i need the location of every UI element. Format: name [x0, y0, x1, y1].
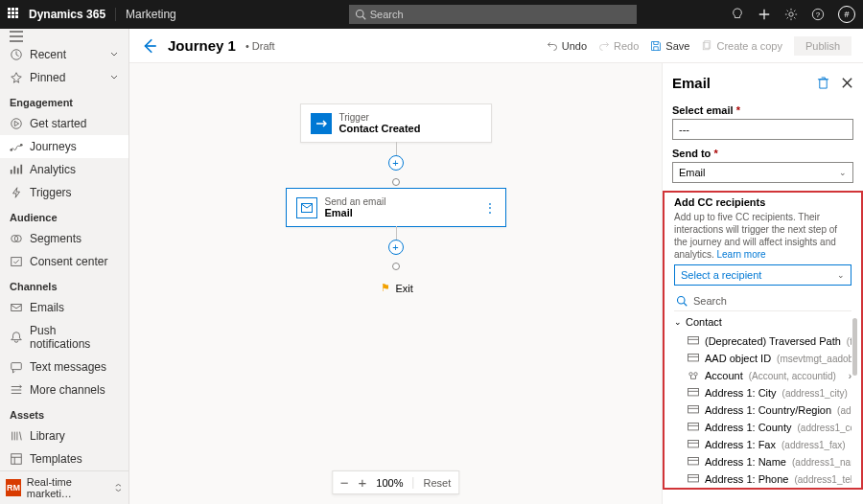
sidebar-item-journeys[interactable]: Journeys: [0, 135, 128, 158]
pin-icon: [10, 71, 23, 84]
journey-icon: [10, 140, 23, 153]
svg-point-2: [789, 12, 793, 16]
template-icon: [10, 452, 23, 466]
trigger-node[interactable]: TriggerContact Created: [300, 103, 492, 143]
library-icon: [10, 429, 23, 443]
email-node[interactable]: Send an emailEmail ⋮: [286, 188, 506, 227]
module-label: Marketing: [115, 8, 176, 21]
svg-rect-25: [688, 405, 699, 413]
add-step-button[interactable]: +: [388, 240, 404, 255]
back-button[interactable]: [141, 37, 158, 55]
app-launcher-icon[interactable]: [8, 8, 21, 21]
sidebar-item-recent[interactable]: Recent: [0, 43, 128, 66]
hamburger-button[interactable]: [0, 29, 128, 43]
select-email-label: Select email *: [672, 104, 853, 116]
sms-icon: [10, 360, 23, 374]
zoom-out-button[interactable]: −: [340, 475, 349, 490]
chevron-down-icon: [109, 73, 119, 82]
exit-node[interactable]: ⚑Exit: [381, 282, 413, 294]
sidebar-item-label: Recent: [30, 48, 66, 61]
dropdown-option[interactable]: Address 1: City (address1_city): [674, 384, 851, 401]
zoom-toolbar: − + 100% Reset: [332, 470, 459, 494]
sidebar-item-templates[interactable]: Templates: [0, 447, 128, 470]
sidebar-item-emails[interactable]: Emails: [0, 296, 128, 319]
send-to-select[interactable]: Email⌄: [672, 162, 853, 183]
publish-button[interactable]: Publish: [794, 36, 851, 56]
node-more-button[interactable]: ⋮: [484, 201, 496, 215]
learn-more-link[interactable]: Learn more: [716, 249, 765, 260]
create-copy-button[interactable]: Create a copy: [701, 40, 781, 52]
dropdown-group[interactable]: ⌄Contact: [674, 311, 851, 332]
sidebar-item-label: Push notifications: [30, 324, 119, 351]
zoom-level: 100%: [376, 477, 403, 489]
sidebar-item-library[interactable]: Library: [0, 424, 128, 447]
sidebar-item-consent-center[interactable]: Consent center: [0, 250, 128, 273]
sidebar-item-label: Pinned: [30, 71, 65, 84]
zoom-in-button[interactable]: +: [359, 475, 367, 490]
global-search[interactable]: Search: [349, 5, 637, 24]
sidebar-section-title: Engagement: [0, 89, 128, 112]
user-avatar[interactable]: #: [838, 6, 855, 23]
option-label: Account: [705, 370, 743, 381]
lookup-icon: [688, 371, 699, 380]
dropdown-option[interactable]: Address 1: Name (address1_name): [674, 453, 851, 470]
undo-button[interactable]: Undo: [547, 40, 587, 52]
trigger-icon: [311, 113, 332, 134]
dropdown-option[interactable]: Account (Account, accountid)›: [674, 367, 851, 384]
sidebar-item-analytics[interactable]: Analytics: [0, 158, 128, 181]
redo-button[interactable]: Redo: [598, 40, 639, 52]
bars-icon: [10, 163, 23, 176]
svg-rect-28: [688, 457, 699, 465]
svg-rect-13: [12, 363, 22, 370]
bolt-icon: [10, 186, 23, 199]
lightbulb-icon[interactable]: [731, 8, 744, 21]
zoom-reset-button[interactable]: Reset: [412, 477, 451, 489]
dropdown-option[interactable]: Address 1: Country/Region (address1_cou…: [674, 401, 851, 419]
recipient-dropdown: Search ⌄Contact (Deprecated) Traversed P…: [674, 291, 851, 488]
sidebar-item-pinned[interactable]: Pinned: [0, 66, 128, 89]
gear-icon[interactable]: [784, 8, 798, 21]
option-label: Address 1: City: [705, 387, 777, 399]
svg-rect-12: [12, 305, 22, 311]
save-button[interactable]: Save: [650, 40, 689, 52]
dropdown-option[interactable]: Address 1: County (address1_county): [674, 419, 851, 436]
dropdown-option[interactable]: Address 1: Phone (address1_telephone1): [674, 470, 851, 488]
svg-rect-21: [688, 354, 699, 361]
recipient-select[interactable]: Select a recipient⌄: [674, 264, 851, 286]
status-text: • Draft: [245, 40, 275, 52]
sidebar-item-segments[interactable]: Segments: [0, 227, 128, 250]
dropdown-search[interactable]: Search: [674, 291, 851, 311]
sidebar-item-get-started[interactable]: Get started: [0, 112, 128, 135]
select-email-input[interactable]: ---: [672, 119, 853, 140]
updown-icon: [114, 483, 123, 493]
svg-rect-24: [688, 388, 699, 396]
search-icon: [676, 295, 688, 307]
journey-canvas[interactable]: TriggerContact Created + Send an emailEm…: [129, 63, 662, 504]
plus-icon[interactable]: [758, 8, 771, 21]
node-value: Email: [325, 207, 386, 218]
close-button[interactable]: [841, 77, 853, 89]
svg-point-22: [689, 373, 692, 376]
send-to-label: Send to *: [672, 148, 853, 159]
sidebar-app-switcher[interactable]: RM Real-time marketi…: [0, 470, 128, 504]
dropdown-scrollbar[interactable]: [852, 318, 857, 376]
sidebar-item-label: Get started: [30, 117, 86, 130]
help-icon[interactable]: ?: [811, 8, 825, 21]
left-sidebar: RecentPinned EngagementGet startedJourne…: [0, 29, 129, 504]
dropdown-option[interactable]: (Deprecated) Traversed Path (traversedpa…: [674, 332, 851, 350]
sidebar-item-push-notifications[interactable]: Push notifications: [0, 319, 128, 355]
add-step-button[interactable]: +: [388, 155, 404, 171]
svg-rect-14: [12, 454, 22, 465]
delete-button[interactable]: [817, 77, 829, 89]
dropdown-option[interactable]: Address 1: Fax (address1_fax): [674, 436, 851, 453]
svg-point-7: [10, 149, 12, 151]
sidebar-item-triggers[interactable]: Triggers: [0, 181, 128, 204]
more-icon: [10, 383, 23, 397]
sidebar-section-title: Audience: [0, 204, 128, 227]
field-icon: [688, 440, 699, 449]
dropdown-option[interactable]: AAD object ID (msevtmgt_aadobjectid): [674, 350, 851, 367]
sidebar-item-more-channels[interactable]: More channels: [0, 378, 128, 401]
node-label: Trigger: [339, 112, 421, 123]
sidebar-item-text-messages[interactable]: Text messages: [0, 355, 128, 378]
cc-description: Add up to five CC recipients. Their inte…: [674, 211, 851, 261]
